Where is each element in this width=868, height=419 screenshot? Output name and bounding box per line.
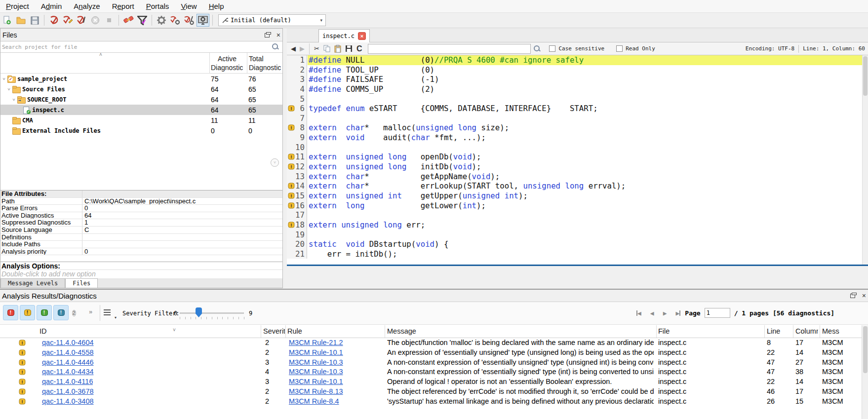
tree-row-cma[interactable]: CMA1111 (0, 115, 282, 125)
tree-header[interactable]: ˄ Active Diagnostic Total Diagnostic (0, 53, 282, 74)
col-severity[interactable]: Severity (263, 327, 285, 335)
code-line-2[interactable]: 2#define TOOL_UP (0) (287, 65, 862, 75)
code-line-11[interactable]: 11extern unsigned long openDb(void); (287, 152, 862, 162)
code-line-13[interactable]: 13extern char* getAppName(void); (287, 172, 862, 182)
diagnostic-id-link[interactable]: qac-11.4.0-4434 (42, 368, 94, 376)
severity-blue-toggle[interactable] (53, 305, 69, 320)
menu-item-admin[interactable]: Admin (35, 0, 68, 13)
menu-item-portals[interactable]: Portals (140, 0, 175, 13)
warning-bubble-icon[interactable] (288, 154, 295, 160)
diagnostic-id-link[interactable]: qac-11.4.0-4604 (42, 339, 94, 346)
open-project-button[interactable] (14, 14, 27, 27)
severity-red-toggle[interactable] (3, 305, 18, 320)
scrollbar-thumb[interactable] (863, 326, 868, 373)
col-id[interactable]: ID (39, 327, 47, 335)
code-line-20[interactable]: 20static void DBstartup(void) { (287, 239, 862, 249)
diagnostics-table-header[interactable]: ˅ ID Severity Rule Message File Line Col… (0, 325, 868, 338)
attributes-expander-button[interactable]: ˅ (271, 158, 279, 167)
save-file-icon[interactable] (345, 45, 353, 52)
diagnostic-id-link[interactable]: qac-11.4.0-3678 (42, 387, 94, 395)
diagnostic-id-link[interactable]: qac-11.4.0-4558 (42, 348, 94, 356)
menu-item-project[interactable]: Project (0, 0, 35, 13)
page-number-input[interactable] (705, 308, 730, 318)
view-menu-icon[interactable]: ▾ (104, 308, 117, 319)
analysis-config-button[interactable] (169, 14, 182, 27)
code-line-5[interactable]: 5 (287, 94, 862, 104)
diagnostic-row-qac-11.4.0-4434[interactable]: qac-11.4.0-44344M3CM Rule-10.3A non-cons… (0, 367, 868, 377)
more-filters-icon[interactable]: » (89, 308, 92, 315)
diagnostic-row-qac-11.4.0-4446[interactable]: qac-11.4.0-44463M3CM Rule-10.3A non-cons… (0, 358, 868, 368)
code-line-10[interactable]: 10 (287, 143, 862, 152)
code-line-6[interactable]: 6typedef enum eSTART {COMMS, DATABASE, I… (287, 104, 862, 114)
editor-search-icon[interactable] (533, 45, 541, 53)
level-2-filter-icon[interactable]: 2 (72, 309, 76, 317)
save-project-button[interactable] (28, 14, 41, 27)
code-line-4[interactable]: 4#define COMMS_UP (2) (287, 84, 862, 94)
code-line-17[interactable]: 17 (287, 210, 862, 220)
diagnostic-row-qac-11.4.0-4604[interactable]: qac-11.4.0-46042M3CM Rule-21.2The object… (0, 338, 868, 348)
rule-link[interactable]: M3CM Rule-8.13 (289, 387, 343, 395)
rule-link[interactable]: M3CM Rule-10.1 (289, 348, 343, 356)
tree-row-source-files[interactable]: ˅Source Files6465 (0, 84, 282, 94)
expand-chevron-icon[interactable]: ˅ (11, 97, 16, 102)
settings-gear-button[interactable] (155, 14, 168, 27)
next-page-icon[interactable]: ▶ (663, 309, 667, 317)
float-panel-icon[interactable] (265, 31, 270, 39)
severity-green-toggle[interactable] (37, 305, 52, 320)
cut-icon[interactable]: ✂ (314, 45, 319, 52)
rule-link[interactable]: M3CM Rule-8.4 (289, 397, 339, 405)
diagnostic-id-link[interactable]: qac-11.4.0-3408 (42, 397, 94, 405)
tab-close-icon[interactable]: × (358, 32, 366, 40)
diagnostic-row-qac-11.4.0-3408[interactable]: qac-11.4.0-34082M3CM Rule-8.4'sysStartup… (0, 397, 868, 407)
tree-row-sample-project[interactable]: ˅✓sample_project7576 (0, 74, 282, 84)
severity-slider-track[interactable] (180, 312, 244, 314)
col-file[interactable]: File (658, 327, 670, 335)
analyze-file-button[interactable] (75, 14, 88, 27)
analysis-options-placeholder[interactable]: Double-click to add new option (0, 270, 282, 278)
col-message-group[interactable]: Mess (822, 327, 861, 335)
file-search-input[interactable] (0, 41, 282, 52)
diagnostic-id-link[interactable]: qac-11.4.0-4446 (42, 358, 94, 366)
code-line-19[interactable]: 19 (287, 230, 862, 240)
prev-page-icon[interactable]: ◀ (650, 309, 654, 317)
rule-link[interactable]: M3CM Rule-10.3 (289, 358, 343, 366)
copy-icon[interactable] (323, 45, 330, 52)
severity-yellow-toggle[interactable] (20, 305, 35, 320)
code-line-7[interactable]: 7 (287, 114, 862, 123)
code-line-12[interactable]: 12extern unsigned long initDb(void); (287, 162, 862, 172)
configuration-dropdown[interactable]: Initial (default) ▾ (218, 14, 326, 26)
results-scrollbar[interactable] (862, 325, 868, 419)
tree-row-inspect-c[interactable]: ✓inspect.c6465 (0, 105, 282, 115)
filter-button[interactable] (136, 14, 149, 27)
last-page-icon[interactable]: ▶ (675, 309, 680, 317)
severity-slider-handle[interactable] (196, 307, 202, 317)
warning-bubble-icon[interactable] (288, 183, 295, 189)
rule-link[interactable]: M3CM Rule-10.1 (289, 378, 343, 385)
navigate-back-icon[interactable]: ◀ (291, 45, 296, 52)
editor-scrollbar[interactable] (862, 55, 868, 265)
diagnostic-row-qac-11.4.0-3678[interactable]: qac-11.4.0-36782M3CM Rule-8.13The object… (0, 387, 868, 397)
paste-icon[interactable] (334, 45, 341, 53)
code-line-1[interactable]: 1#define NULL (0)//PRQA S 4600 #can igno… (287, 55, 862, 65)
code-line-15[interactable]: 15extern unsigned int getUpper(unsigned … (287, 191, 862, 201)
dashboard-config-button[interactable] (197, 14, 209, 27)
expand-chevron-icon[interactable]: ˅ (1, 76, 6, 81)
warning-bubble-icon[interactable] (288, 192, 295, 198)
menu-item-view[interactable]: View (175, 0, 202, 13)
tab-inspect-c[interactable]: inspect.c × (318, 29, 370, 42)
warning-bubble-icon[interactable] (288, 164, 295, 170)
col-column[interactable]: Column (795, 327, 818, 335)
tree-row-external-include-files[interactable]: External Include Files00 (0, 125, 282, 136)
warning-bubble-icon[interactable] (288, 106, 295, 112)
warning-bubble-icon[interactable] (288, 125, 295, 131)
col-line[interactable]: Line (767, 327, 780, 335)
code-line-9[interactable]: 9extern void audit(char *fmt, ...); (287, 133, 862, 143)
code-line-14[interactable]: 14extern char* errLookup(START tool, uns… (287, 181, 862, 191)
code-line-21[interactable]: 21 err = initDb(); (287, 249, 862, 259)
warning-bubble-icon[interactable] (288, 202, 295, 208)
tree-row-source-root[interactable]: ˅→SOURCE_ROOT6465 (0, 94, 282, 105)
tab-message-levels[interactable]: Message Levels (0, 278, 65, 288)
analyze-clean-button[interactable] (61, 14, 74, 27)
code-line-8[interactable]: 8extern char* malloc(unsigned long size)… (287, 123, 862, 133)
stop-analysis-button[interactable] (89, 14, 102, 27)
